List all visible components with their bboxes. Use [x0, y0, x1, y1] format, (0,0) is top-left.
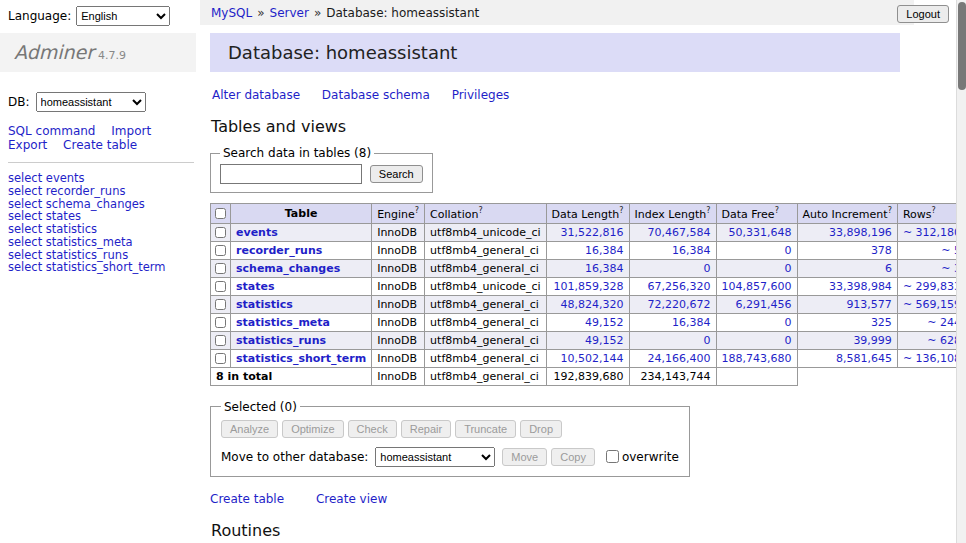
totals-row: 8 in total InnoDB utf8mb4_general_ci 192…: [211, 367, 966, 385]
help-icon[interactable]: ?: [931, 206, 935, 215]
collation-cell: utf8mb4_general_ci: [425, 259, 546, 277]
auto-increment-link[interactable]: 6: [885, 262, 892, 275]
auto-increment-link[interactable]: 325: [871, 316, 892, 329]
logout-button[interactable]: Logout: [897, 5, 949, 23]
breadcrumb-server-link[interactable]: Server: [270, 6, 309, 20]
db-select[interactable]: homeassistant: [36, 92, 146, 112]
row-checkbox[interactable]: [215, 263, 226, 274]
help-icon[interactable]: ?: [775, 206, 779, 215]
auto-increment-link[interactable]: 33,398,984: [829, 280, 892, 293]
auto-increment-link[interactable]: 33,898,196: [829, 226, 892, 239]
language-select[interactable]: English: [76, 6, 170, 26]
app-name-link[interactable]: Adminer: [14, 41, 94, 63]
search-button[interactable]: Search: [370, 165, 423, 183]
row-checkbox[interactable]: [215, 317, 226, 328]
rows-count-link[interactable]: ~ 136,108: [903, 352, 961, 365]
alter-database-link[interactable]: Alter database: [212, 88, 300, 102]
data-length-link[interactable]: 10,502,144: [561, 352, 624, 365]
index-length-link[interactable]: 72,220,672: [648, 298, 711, 311]
table-row-statistics_meta: statistics_metaInnoDButf8mb4_general_ci4…: [211, 313, 966, 331]
auto-increment-link[interactable]: 913,577: [846, 298, 892, 311]
sidebar-table-link[interactable]: select statistics_short_term: [8, 261, 196, 274]
help-icon[interactable]: ?: [706, 206, 710, 215]
index-length-link[interactable]: 16,384: [672, 244, 711, 257]
table-name-link[interactable]: states: [236, 280, 275, 293]
index-length-link[interactable]: 16,384: [672, 316, 711, 329]
index-length-link[interactable]: 70,467,584: [648, 226, 711, 239]
row-checkbox[interactable]: [215, 299, 226, 310]
scrollbar-thumb[interactable]: [958, 2, 966, 90]
table-name-link[interactable]: statistics_short_term: [236, 352, 366, 365]
row-checkbox[interactable]: [215, 281, 226, 292]
help-icon[interactable]: ?: [888, 206, 892, 215]
help-icon[interactable]: ?: [478, 206, 482, 215]
search-input[interactable]: [220, 164, 362, 184]
rows-count-link[interactable]: ~ 312,180: [903, 226, 961, 239]
overwrite-checkbox[interactable]: [606, 450, 619, 463]
table-name-link[interactable]: events: [236, 226, 278, 239]
data-free-link[interactable]: 188,743,680: [722, 352, 792, 365]
scrollbar[interactable]: [956, 0, 966, 543]
import-link[interactable]: Import: [111, 124, 151, 138]
data-length-link[interactable]: 48,824,320: [561, 298, 624, 311]
table-name-link[interactable]: statistics_runs: [236, 334, 326, 347]
move-row: Move to other database: homeassistant Mo…: [221, 447, 679, 467]
rows-count-link[interactable]: ~ 569,159: [903, 298, 961, 311]
auto-increment-link[interactable]: 8,581,645: [836, 352, 892, 365]
auto-increment-cell: 378: [797, 241, 897, 259]
select-all-checkbox[interactable]: [215, 208, 226, 219]
quick-links-row: Export Create table: [8, 138, 194, 152]
data-length-link[interactable]: 101,859,328: [554, 280, 624, 293]
data-length-link[interactable]: 49,152: [585, 334, 624, 347]
sidebar-table-link[interactable]: select statistics: [8, 223, 196, 236]
create-view-link[interactable]: Create view: [316, 492, 387, 506]
breadcrumb-mysql-link[interactable]: MySQL: [211, 6, 252, 20]
move-label: Move to other database:: [221, 450, 368, 464]
data-free-link[interactable]: 6,291,456: [736, 298, 792, 311]
help-icon[interactable]: ?: [415, 206, 419, 215]
data-free-link[interactable]: 50,331,648: [729, 226, 792, 239]
rows-count-link[interactable]: ~ 299,833: [903, 280, 961, 293]
sidebar-table-link[interactable]: select recorder_runs: [8, 185, 196, 198]
auto-increment-link[interactable]: 378: [871, 244, 892, 257]
move-db-select[interactable]: homeassistant: [375, 447, 495, 467]
data-free-cell: 0: [716, 259, 797, 277]
sql-command-link[interactable]: SQL command: [8, 124, 95, 138]
index-length-link[interactable]: 0: [704, 334, 711, 347]
index-length-link[interactable]: 0: [704, 262, 711, 275]
empty-cell: [797, 367, 897, 385]
language-label: Language:: [8, 9, 71, 23]
export-link[interactable]: Export: [8, 138, 47, 152]
index-length-link[interactable]: 67,256,320: [648, 280, 711, 293]
data-length-link[interactable]: 31,522,816: [561, 226, 624, 239]
table-name-link[interactable]: statistics: [236, 298, 293, 311]
column-header-label: Data Length: [552, 208, 620, 221]
index-length-link[interactable]: 24,166,400: [648, 352, 711, 365]
row-select-cell: [211, 241, 231, 259]
privileges-link[interactable]: Privileges: [452, 88, 510, 102]
create-table-sidebar-link[interactable]: Create table: [63, 138, 137, 152]
data-free-link[interactable]: 0: [785, 262, 792, 275]
data-free-link[interactable]: 0: [785, 244, 792, 257]
row-checkbox[interactable]: [215, 245, 226, 256]
data-free-link[interactable]: 0: [785, 316, 792, 329]
sidebar-table-link[interactable]: select statistics_meta: [8, 236, 196, 249]
row-checkbox[interactable]: [215, 335, 226, 346]
table-name-link[interactable]: recorder_runs: [236, 244, 322, 257]
data-length-link[interactable]: 49,152: [585, 316, 624, 329]
auto-increment-link[interactable]: 39,999: [853, 334, 892, 347]
data-length-link[interactable]: 16,384: [585, 244, 624, 257]
help-icon[interactable]: ?: [619, 206, 623, 215]
breadcrumb: MySQL » Server » Database: homeassistant: [200, 0, 914, 25]
table-name-link[interactable]: statistics_meta: [236, 316, 330, 329]
data-length-link[interactable]: 16,384: [585, 262, 624, 275]
index-length-cell: 0: [629, 331, 716, 349]
row-checkbox[interactable]: [215, 353, 226, 364]
total-index-length-cell: 234,143,744: [629, 367, 716, 385]
database-schema-link[interactable]: Database schema: [322, 88, 430, 102]
row-checkbox[interactable]: [215, 227, 226, 238]
data-free-link[interactable]: 0: [785, 334, 792, 347]
create-table-link[interactable]: Create table: [210, 492, 284, 506]
data-free-link[interactable]: 104,857,600: [722, 280, 792, 293]
table-name-link[interactable]: schema_changes: [236, 262, 340, 275]
